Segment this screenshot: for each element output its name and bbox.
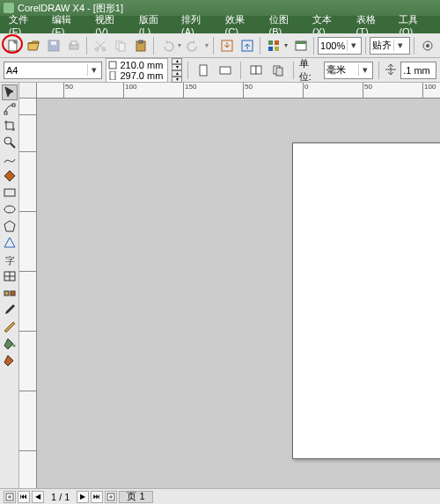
svg-rect-30	[12, 104, 15, 106]
ruler-tick: 50	[63, 83, 73, 99]
ruler-tick: 100	[123, 83, 136, 99]
text-tool[interactable]: 字	[2, 252, 18, 267]
svg-rect-22	[110, 71, 115, 80]
separator	[213, 37, 214, 55]
landscape-button[interactable]	[216, 61, 235, 80]
work-area: 字 5010015050050100 30025020015010050	[0, 83, 440, 488]
nudge-field[interactable]: .1 mm	[400, 62, 436, 79]
nudge-icon	[385, 63, 397, 77]
unit-label: 单位:	[299, 57, 320, 84]
options-button[interactable]	[418, 36, 436, 55]
copy-button[interactable]	[111, 36, 129, 55]
paper-size-value: A4	[6, 65, 85, 76]
freehand-tool[interactable]	[2, 151, 18, 167]
ruler-tick	[19, 114, 37, 116]
paper-size-combo[interactable]: A4▾	[4, 62, 102, 79]
outline-tool[interactable]	[2, 318, 18, 334]
paper-dimensions: 210.0 mm 297.0 mm	[106, 58, 168, 83]
cut-button[interactable]	[91, 36, 109, 55]
add-page-after-icon[interactable]	[105, 491, 117, 503]
ruler-origin[interactable]	[19, 83, 37, 99]
svg-rect-23	[200, 65, 207, 76]
separator	[153, 37, 154, 55]
last-page-button[interactable]: ⏭	[91, 491, 103, 503]
redo-button[interactable]	[185, 36, 203, 55]
page-counter: 1 / 1	[46, 492, 75, 502]
import-button[interactable]	[217, 36, 236, 55]
separator	[378, 62, 379, 79]
unit-combo[interactable]: 毫米▾	[324, 62, 373, 79]
add-page-icon[interactable]	[4, 491, 16, 503]
nudge-value: .1 mm	[403, 65, 430, 76]
snap-label: 贴齐	[372, 39, 392, 52]
portrait-button[interactable]	[194, 61, 212, 80]
app-launcher-dropdown[interactable]: ▾	[284, 41, 290, 49]
separator	[313, 37, 314, 55]
svg-rect-25	[251, 66, 256, 74]
property-bar: A4▾ 210.0 mm 297.0 mm ▴▾▴▾ 单位: 毫米▾ .1 mm	[0, 58, 440, 83]
drawing-canvas[interactable]	[37, 99, 440, 488]
redo-dropdown[interactable]: ▾	[205, 41, 210, 49]
page-rectangle[interactable]	[292, 142, 440, 459]
welcome-button[interactable]	[291, 36, 310, 55]
svg-rect-29	[4, 112, 7, 114]
ruler-tick: 200	[19, 271, 37, 283]
next-page-button[interactable]: ▶	[77, 491, 89, 503]
interactive-fill-tool[interactable]	[2, 352, 18, 368]
vertical-ruler[interactable]: 30025020015010050	[19, 99, 37, 488]
width-icon	[108, 61, 117, 69]
eyedropper-tool[interactable]	[2, 302, 18, 318]
svg-rect-24	[220, 67, 231, 74]
ruler-tick: 300	[19, 151, 37, 164]
undo-button[interactable]	[158, 36, 176, 55]
open-button[interactable]	[24, 36, 42, 55]
svg-point-34	[4, 206, 15, 213]
ellipse-tool[interactable]	[2, 201, 18, 217]
export-button[interactable]	[238, 36, 256, 55]
first-page-button[interactable]: ⏮	[18, 491, 30, 503]
paste-button[interactable]	[131, 36, 150, 55]
svg-marker-36	[4, 237, 15, 247]
smart-fill-tool[interactable]	[2, 168, 18, 184]
separator	[240, 62, 241, 79]
current-page-button[interactable]	[268, 61, 287, 80]
svg-rect-33	[4, 189, 15, 196]
crop-tool[interactable]	[2, 118, 18, 134]
svg-point-31	[4, 137, 11, 144]
svg-marker-35	[4, 221, 15, 231]
zoom-tool[interactable]	[2, 135, 18, 150]
rectangle-tool[interactable]	[2, 185, 18, 201]
svg-point-43	[12, 345, 15, 347]
all-pages-button[interactable]	[246, 61, 265, 80]
paper-height[interactable]: 297.0 mm	[120, 70, 165, 81]
svg-rect-15	[268, 47, 273, 51]
separator	[293, 62, 294, 79]
page-navigator: ⏮ ◀ 1 / 1 ▶ ⏭ 页 1	[0, 488, 440, 504]
paper-width[interactable]: 210.0 mm	[120, 60, 165, 70]
dimension-spinners[interactable]: ▴▾▴▾	[172, 58, 182, 83]
print-button[interactable]	[64, 36, 83, 55]
snap-combo[interactable]: 贴齐▾	[370, 37, 410, 55]
new-button[interactable]	[4, 36, 22, 55]
ruler-tick: 100	[19, 391, 37, 403]
interactive-blend-tool[interactable]	[2, 285, 18, 301]
svg-rect-18	[296, 41, 306, 44]
svg-rect-10	[139, 40, 143, 43]
ruler-tick: 150	[183, 83, 196, 99]
polygon-tool[interactable]	[2, 218, 18, 234]
save-button[interactable]	[44, 36, 62, 55]
shape-tool[interactable]	[2, 101, 18, 117]
zoom-combo[interactable]: 100%▾	[318, 37, 362, 55]
basic-shapes-tool[interactable]	[2, 235, 18, 251]
fill-tool[interactable]	[2, 335, 18, 351]
table-tool[interactable]	[2, 268, 18, 284]
pick-tool[interactable]	[2, 84, 18, 100]
svg-rect-21	[109, 62, 116, 69]
menu-bar: 文件(F) 编辑(E) 视图(V) 版面(L) 排列(A) 效果(C) 位图(B…	[0, 16, 440, 33]
app-launcher-button[interactable]	[264, 36, 282, 55]
page-tab-1[interactable]: 页 1	[119, 491, 152, 503]
prev-page-button[interactable]: ◀	[32, 491, 44, 503]
undo-dropdown[interactable]: ▾	[178, 41, 183, 49]
horizontal-ruler[interactable]: 5010015050050100	[37, 83, 440, 99]
svg-rect-16	[275, 47, 279, 51]
